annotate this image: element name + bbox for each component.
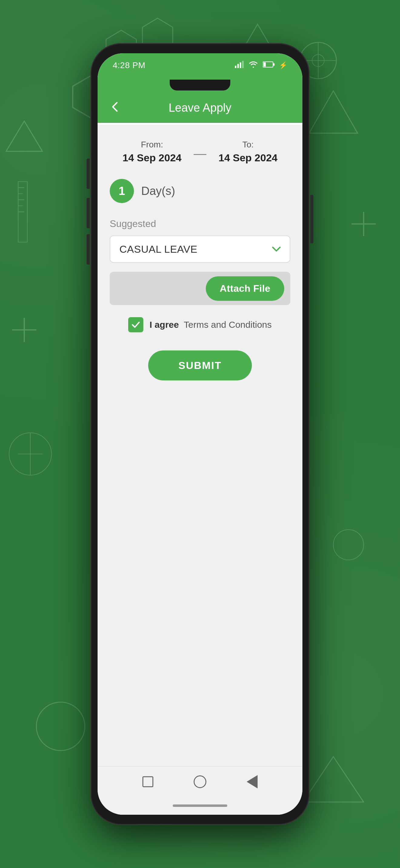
suggested-label: Suggested (110, 218, 290, 229)
leave-type-dropdown[interactable]: CASUAL LEAVE (110, 236, 290, 263)
circle-icon (194, 775, 206, 788)
days-label: Day(s) (141, 185, 175, 198)
to-date-block: To: 14 Sep 2024 (219, 140, 278, 164)
svg-marker-5 (309, 91, 358, 133)
from-value: 14 Sep 2024 (122, 152, 181, 164)
date-row: From: 14 Sep 2024 — To: 14 Sep 2024 (110, 140, 290, 164)
svg-rect-33 (263, 62, 266, 67)
svg-rect-31 (242, 61, 244, 68)
terms-conditions-text: Terms and Conditions (183, 319, 272, 330)
nav-bar: Leave Apply (97, 93, 303, 123)
back-button[interactable] (110, 101, 121, 115)
terms-text: I agree Terms and Conditions (149, 319, 272, 330)
agree-text: I agree (149, 319, 179, 330)
svg-rect-11 (18, 182, 27, 242)
status-icons: ⚡ (235, 61, 287, 70)
svg-point-17 (36, 702, 85, 751)
status-bar: 4:28 PM (97, 53, 303, 78)
svg-rect-29 (237, 64, 239, 68)
terms-row: I agree Terms and Conditions (110, 317, 290, 332)
from-date-block: From: 14 Sep 2024 (122, 140, 181, 164)
terms-checkbox[interactable] (128, 317, 143, 332)
triangle-icon (247, 775, 258, 788)
svg-rect-34 (273, 63, 275, 66)
screen: 4:28 PM (97, 53, 303, 815)
dropdown-arrow-icon (272, 244, 281, 254)
nav-home-button[interactable] (139, 773, 157, 791)
to-label: To: (219, 140, 278, 150)
charging-icon: ⚡ (279, 61, 287, 69)
attach-file-area: Attach File (110, 272, 290, 305)
nav-recent-button[interactable] (243, 773, 261, 791)
date-separator: — (194, 146, 206, 161)
square-icon (142, 776, 153, 787)
home-indicator (97, 797, 303, 815)
status-time: 4:28 PM (113, 61, 145, 70)
wifi-icon (248, 61, 258, 70)
bottom-nav (97, 766, 303, 797)
svg-rect-28 (235, 66, 236, 68)
svg-marker-18 (303, 756, 364, 802)
svg-point-8 (312, 55, 324, 67)
svg-point-21 (9, 433, 52, 475)
home-bar (173, 804, 227, 807)
days-row: 1 Day(s) (110, 179, 290, 203)
days-badge: 1 (110, 179, 134, 203)
dropdown-value: CASUAL LEAVE (119, 243, 197, 255)
nav-title: Leave Apply (169, 101, 231, 115)
signal-icon (235, 61, 244, 70)
nav-back-button[interactable] (191, 773, 209, 791)
from-label: From: (122, 140, 181, 150)
svg-marker-6 (6, 121, 42, 151)
submit-row: SUBMIT (110, 350, 290, 380)
phone-shell: 4:28 PM (91, 43, 309, 825)
notch-area (97, 78, 303, 93)
svg-rect-30 (240, 62, 241, 68)
notch (170, 80, 230, 91)
svg-point-20 (333, 530, 364, 560)
to-value: 14 Sep 2024 (219, 152, 278, 164)
main-content: From: 14 Sep 2024 — To: 14 Sep 2024 1 Da… (97, 125, 303, 766)
battery-icon (263, 61, 275, 70)
attach-file-button[interactable]: Attach File (206, 276, 284, 301)
submit-button[interactable]: SUBMIT (148, 350, 252, 380)
